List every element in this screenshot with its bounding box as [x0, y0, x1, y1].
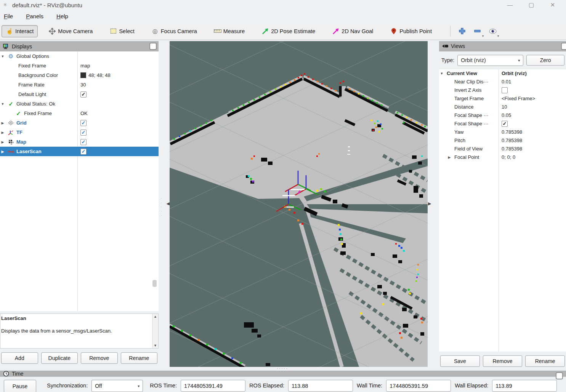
clock-icon: [2, 371, 10, 377]
displays-panel: Displays Global Options Fixed Frame map …: [0, 41, 159, 367]
ros-elapsed-field[interactable]: [288, 380, 353, 392]
view-type-dropdown[interactable]: Orbit (rviz): [457, 55, 523, 66]
tool-publish-point[interactable]: Publish Point: [386, 26, 436, 37]
row-invert-z[interactable]: Invert Z Axis: [439, 86, 566, 94]
row-laserscan[interactable]: LaserScan: [0, 147, 159, 156]
collapse-icon[interactable]: [439, 72, 444, 75]
row-status-fixed-frame[interactable]: Fixed Frame OK: [0, 109, 159, 118]
wall-elapsed-field[interactable]: [492, 380, 557, 392]
checkbox[interactable]: [80, 120, 87, 126]
checkbox[interactable]: [502, 87, 508, 93]
description-scrollbar[interactable]: [152, 314, 158, 348]
row-default-light[interactable]: Default Light: [0, 90, 159, 99]
displays-panel-header[interactable]: Displays: [0, 41, 159, 51]
menu-file[interactable]: File: [2, 12, 14, 20]
row-focal-point[interactable]: Focal Point 0; 0; 0: [439, 153, 566, 162]
add-button[interactable]: Add: [1, 352, 38, 364]
row-global-options[interactable]: Global Options: [0, 51, 159, 61]
ros-elapsed-label: ROS Elapsed:: [249, 382, 284, 389]
checkbox[interactable]: [80, 91, 87, 98]
checkbox[interactable]: [80, 130, 87, 136]
scrollbar-thumb[interactable]: [152, 280, 157, 287]
ros-time-label: ROS Time:: [150, 382, 177, 389]
collapse-icon[interactable]: [0, 102, 5, 106]
row-map[interactable]: Map: [0, 137, 159, 147]
row-background-color[interactable]: Background Color 48; 48; 48: [0, 70, 159, 80]
close-icon[interactable]: [549, 2, 556, 8]
expand-icon[interactable]: [0, 150, 5, 154]
pause-button[interactable]: Pause: [4, 380, 36, 392]
row-field-of-view[interactable]: Field of View 0.785398: [439, 145, 566, 153]
views-panel-header[interactable]: Views: [439, 41, 566, 51]
panel-title: Displays: [12, 43, 32, 50]
remove-tool-button[interactable]: [471, 25, 484, 37]
row-grid[interactable]: Grid: [0, 118, 159, 128]
collapse-left-icon[interactable]: [167, 201, 170, 206]
expand-icon[interactable]: [447, 155, 452, 159]
maximize-icon[interactable]: [528, 2, 535, 8]
time-panel-header[interactable]: Time: [0, 371, 566, 377]
horizontal-splitter[interactable]: [0, 367, 566, 371]
fixed-frame-value[interactable]: map: [77, 63, 159, 69]
duplicate-button[interactable]: Duplicate: [41, 352, 78, 364]
tool-interact[interactable]: Interact: [2, 25, 38, 37]
minimize-icon[interactable]: [507, 2, 513, 8]
gear-icon: [8, 53, 14, 59]
grid-display-icon: [8, 120, 14, 126]
tool-label: Measure: [223, 28, 245, 34]
row-tf[interactable]: TF: [0, 128, 159, 137]
float-panel-button[interactable]: [149, 43, 157, 50]
collapse-right-icon[interactable]: [428, 201, 431, 206]
checkbox[interactable]: [80, 139, 87, 145]
views-panel: Views Type: Orbit (rviz) Zero Current Vi…: [439, 41, 566, 367]
tool-2d-pose-estimate[interactable]: 2D Pose Estimate: [258, 26, 319, 37]
row-focal-shape-fixed[interactable]: Focal Shape ···: [439, 120, 566, 128]
tool-measure[interactable]: Measure: [210, 26, 249, 37]
scroll-up-icon[interactable]: [154, 314, 157, 319]
row-global-status[interactable]: Global Status: Ok: [0, 99, 159, 109]
map-pin-icon: [390, 28, 398, 35]
float-panel-button[interactable]: [556, 372, 563, 379]
tool-select[interactable]: Select: [106, 26, 138, 37]
remove-button[interactable]: Remove: [483, 355, 523, 367]
ros-time-field[interactable]: [181, 380, 245, 392]
checkbox[interactable]: [502, 121, 508, 127]
right-splitter[interactable]: [428, 41, 439, 367]
3d-viewport[interactable]: [170, 41, 428, 367]
row-frame-rate[interactable]: Frame Rate 30: [0, 80, 159, 90]
scroll-down-icon[interactable]: [154, 343, 157, 348]
row-current-view[interactable]: Current View Orbit (rviz): [439, 69, 566, 78]
menu-panels[interactable]: Panels: [24, 12, 45, 20]
float-panel-button[interactable]: [561, 43, 566, 50]
expand-icon[interactable]: [0, 121, 5, 125]
wall-time-field[interactable]: [386, 380, 451, 392]
tool-focus-camera[interactable]: Focus Camera: [148, 26, 201, 37]
rename-button[interactable]: Rename: [121, 352, 158, 364]
save-button[interactable]: Save: [440, 355, 480, 367]
row-distance[interactable]: Distance 10: [439, 103, 566, 111]
row-near-clip[interactable]: Near Clip Dis··· 0.01: [439, 78, 566, 86]
left-splitter[interactable]: [159, 41, 170, 367]
zero-button[interactable]: Zero: [526, 55, 564, 66]
expand-icon[interactable]: [0, 140, 5, 144]
tool-move-camera[interactable]: Move Camera: [45, 26, 96, 37]
menu-help[interactable]: Help: [55, 12, 70, 20]
row-target-frame[interactable]: Target Frame <Fixed Frame>: [439, 94, 566, 103]
row-focal-shape-size[interactable]: Focal Shape ··· 0.05: [439, 111, 566, 120]
description-title: LaserScan: [1, 315, 151, 321]
rename-button[interactable]: Rename: [525, 355, 565, 367]
row-fixed-frame[interactable]: Fixed Frame map: [0, 61, 159, 70]
expand-icon[interactable]: [0, 131, 5, 134]
synchronization-dropdown[interactable]: Off: [91, 380, 143, 392]
collapse-icon[interactable]: [0, 54, 5, 58]
tool-label: Publish Point: [399, 28, 432, 34]
remove-button[interactable]: Remove: [81, 352, 118, 364]
chevron-down-icon: [482, 34, 484, 38]
tool-2d-nav-goal[interactable]: 2D Nav Goal: [328, 26, 377, 37]
color-swatch[interactable]: [80, 72, 86, 78]
row-pitch[interactable]: Pitch 0.785398: [439, 136, 566, 145]
add-tool-button[interactable]: [456, 25, 469, 37]
tool-visibility-button[interactable]: [486, 25, 499, 37]
row-yaw[interactable]: Yaw 0.785398: [439, 128, 566, 136]
checkbox[interactable]: [80, 149, 87, 155]
